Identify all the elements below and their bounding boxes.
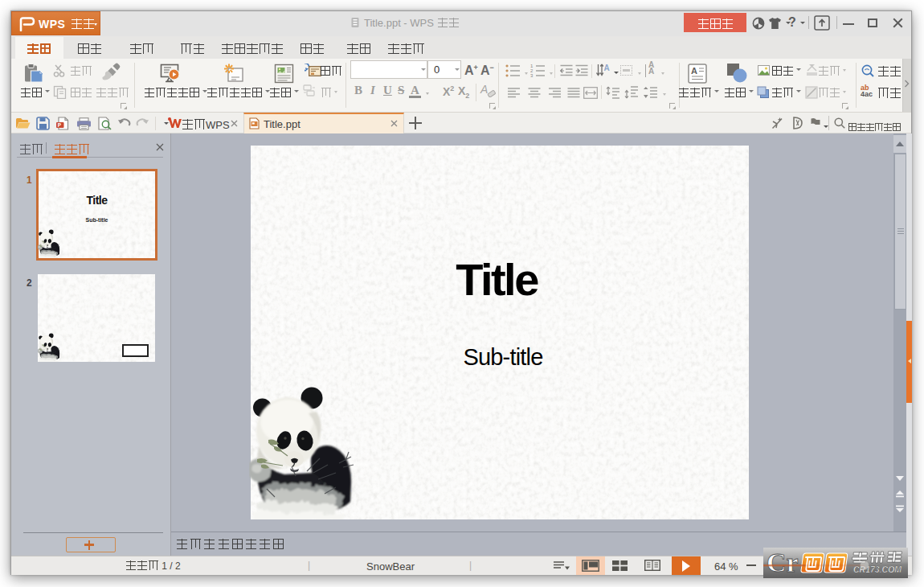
svg-text:Cr: Cr [767, 548, 799, 577]
svg-text:A: A [691, 66, 697, 76]
svg-text:P: P [58, 122, 62, 128]
svg-text:A: A [604, 64, 610, 72]
svg-text:3: 3 [530, 73, 534, 78]
